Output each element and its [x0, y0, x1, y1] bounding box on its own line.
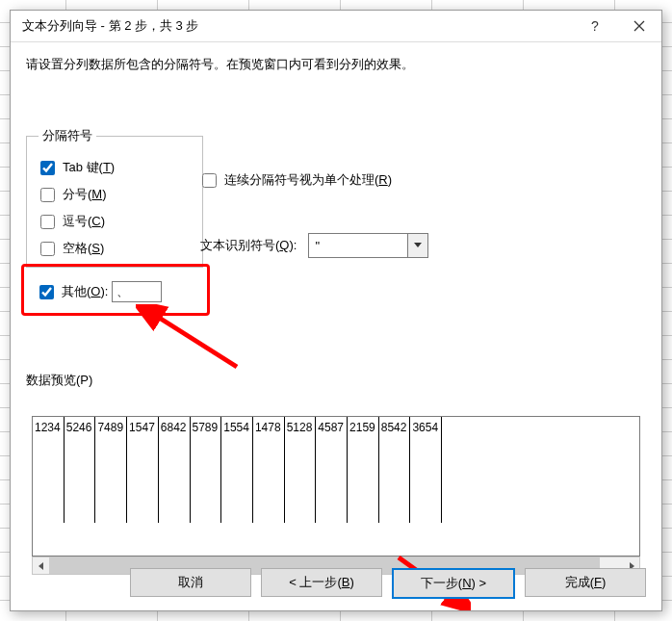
close-icon [633, 20, 645, 32]
delimiters-group-label: 分隔符号 [39, 127, 96, 144]
cancel-button[interactable]: 取消 [130, 568, 251, 597]
delimiter-semicolon-row: 分号(M) [39, 181, 191, 208]
preview-column-empty [442, 417, 639, 523]
chevron-left-icon [39, 562, 44, 570]
delimiter-comma-row: 逗号(C) [39, 208, 191, 235]
delimiter-tab-checkbox[interactable] [40, 161, 55, 175]
finish-button-label: 完成(F) [565, 574, 607, 591]
preview-column: 5246 [65, 417, 96, 523]
next-button[interactable]: 下一步(N) > [392, 568, 515, 599]
dialog-title: 文本分列向导 - 第 2 步，共 3 步 [11, 17, 198, 35]
next-button-label: 下一步(N) > [421, 575, 486, 592]
help-button[interactable]: ? [573, 11, 617, 41]
preview-column: 1234 [33, 417, 65, 523]
delimiter-tab-label: Tab 键(T) [63, 159, 115, 176]
text-to-columns-wizard-dialog: 文本分列向导 - 第 2 步，共 3 步 ? 请设置分列数据所包含的分隔符号。在… [10, 10, 662, 611]
delimiter-space-row: 空格(S) [39, 235, 191, 262]
delimiter-semicolon-checkbox[interactable] [40, 188, 55, 202]
svg-line-0 [153, 314, 237, 367]
data-preview-label: 数据预览(P) [26, 372, 92, 389]
preview-column: 2159 [348, 417, 379, 523]
data-preview: 1234524674891547684257891554147851284587… [32, 416, 640, 556]
scroll-left-button[interactable] [33, 557, 49, 574]
close-button[interactable] [617, 11, 661, 41]
preview-column: 1554 [221, 417, 253, 523]
delimiter-other-input[interactable] [112, 281, 162, 302]
preview-column: 8542 [379, 417, 411, 523]
preview-column: 5789 [191, 417, 222, 523]
consecutive-delimiter-checkbox[interactable] [202, 173, 217, 188]
text-qualifier-label: 文本识别符号(Q): [200, 237, 297, 254]
dialog-buttons: 取消 < 上一步(B) 下一步(N) > 完成(F) [130, 568, 646, 599]
preview-column: 1547 [127, 417, 159, 523]
delimiter-comma-checkbox[interactable] [40, 215, 55, 229]
chevron-down-icon [414, 243, 422, 248]
preview-column: 3654 [410, 417, 442, 523]
preview-column: 4587 [316, 417, 348, 523]
back-button[interactable]: < 上一步(B) [261, 568, 382, 597]
delimiter-space-checkbox[interactable] [40, 242, 55, 256]
finish-button[interactable]: 完成(F) [525, 568, 646, 597]
delimiters-group: 分隔符号 Tab 键(T) 分号(M) 逗号(C) 空格(S) [26, 127, 203, 268]
delimiter-other-row: 其他(O): [38, 281, 162, 302]
annotation-arrow [136, 304, 242, 372]
preview-column: 1478 [253, 417, 285, 523]
preview-columns: 1234524674891547684257891554147851284587… [33, 417, 639, 556]
delimiter-comma-label: 逗号(C) [63, 213, 105, 230]
consecutive-delimiter-row: 连续分隔符号视为单个处理(R) [200, 171, 392, 189]
preview-column: 6842 [159, 417, 191, 523]
text-qualifier-value: " [309, 234, 407, 257]
title-bar: 文本分列向导 - 第 2 步，共 3 步 ? [11, 11, 661, 42]
dialog-body: 请设置分列数据所包含的分隔符号。在预览窗口内可看到分列的效果。 分隔符号 Tab… [11, 42, 661, 610]
dropdown-button[interactable] [407, 234, 427, 257]
text-qualifier-dropdown[interactable]: " [308, 233, 428, 258]
cancel-button-label: 取消 [178, 574, 203, 591]
preview-column: 5128 [285, 417, 317, 523]
preview-column: 7489 [95, 417, 127, 523]
back-button-label: < 上一步(B) [289, 574, 354, 591]
help-icon: ? [591, 18, 599, 34]
delimiter-semicolon-label: 分号(M) [63, 186, 107, 203]
consecutive-delimiter-label: 连续分隔符号视为单个处理(R) [224, 171, 392, 189]
instruction-text: 请设置分列数据所包含的分隔符号。在预览窗口内可看到分列的效果。 [26, 56, 646, 73]
delimiter-tab-row: Tab 键(T) [39, 154, 191, 181]
delimiter-other-checkbox[interactable] [39, 285, 54, 299]
delimiter-space-label: 空格(S) [63, 240, 104, 257]
text-qualifier-row: 文本识别符号(Q): " [200, 233, 428, 258]
delimiter-other-label: 其他(O): [62, 283, 108, 300]
